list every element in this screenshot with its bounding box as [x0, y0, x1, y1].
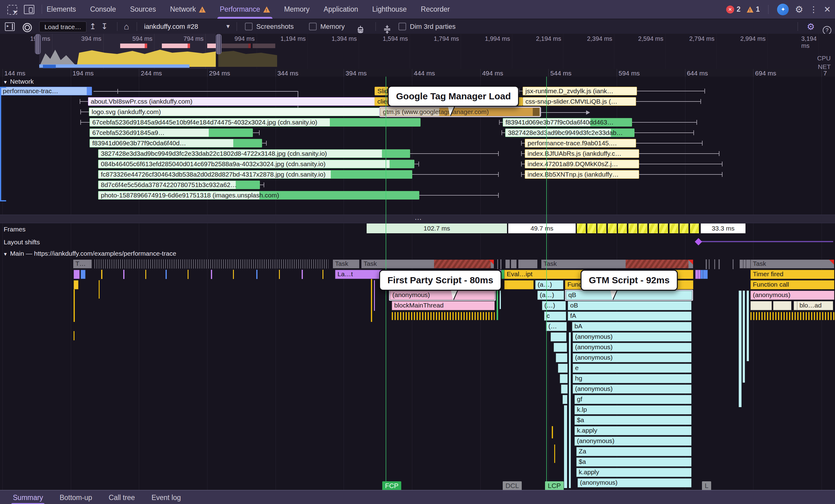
- selection-handle-left[interactable]: [35, 34, 41, 54]
- flame-bar-task[interactable]: [518, 259, 538, 268]
- layout-shifts-track-label[interactable]: Layout shifts: [4, 239, 40, 246]
- flame-bar-wall[interactable]: [95, 259, 329, 268]
- frame-cell[interactable]: 33.3 ms: [700, 223, 746, 234]
- show-sidebar-icon[interactable]: ▸: [5, 22, 15, 31]
- flame-bar-task[interactable]: [505, 259, 510, 268]
- network-request-bar[interactable]: css-snap-slider.CMVtLiQB.js (…: [523, 97, 636, 106]
- flame-bar-anon[interactable]: (anonymous): [390, 290, 495, 300]
- flame-bar-parse[interactable]: [81, 270, 85, 279]
- layout-shift-diamond[interactable]: [695, 238, 702, 245]
- tab-recorder[interactable]: Recorder: [421, 0, 450, 19]
- network-track-header[interactable]: ▼Network: [3, 78, 34, 85]
- flame-bar-cyan[interactable]: e: [573, 364, 692, 373]
- flame-bar-anon[interactable]: (anonymous): [750, 290, 834, 300]
- flame-bar-eval[interactable]: Function call: [750, 280, 834, 289]
- flame-bar-cyan[interactable]: Za: [576, 447, 692, 456]
- flame-bar-cyan[interactable]: fA: [568, 311, 692, 321]
- flame-bar-cream[interactable]: blo…ad: [797, 301, 833, 310]
- flame-bar-task[interactable]: T…: [73, 259, 92, 268]
- tab-console[interactable]: Console: [90, 0, 116, 19]
- flame-bar-task[interactable]: Task: [750, 259, 834, 268]
- network-request-bar[interactable]: f83941d069e3b77f9c0da6f40d…: [89, 139, 262, 147]
- load-trace-button[interactable]: Load trace…: [39, 21, 86, 32]
- bottom-tab-event-log[interactable]: Event log: [151, 490, 181, 504]
- screenshots-checkbox[interactable]: Screenshots: [245, 19, 294, 34]
- network-request-bar[interactable]: 8d7c6f4e5c56da37874220780751b3c932a62…: [98, 181, 260, 189]
- tab-network[interactable]: Network!: [170, 0, 206, 19]
- flame-bar-eval[interactable]: Timer fired: [750, 270, 834, 279]
- marker-l[interactable]: L: [702, 481, 711, 490]
- partial-frame-cell[interactable]: [690, 223, 699, 234]
- flame-bar-cyan[interactable]: [554, 343, 567, 352]
- flame-bar-cyan[interactable]: bA: [572, 322, 692, 331]
- bottom-tab-bottom-up[interactable]: Bottom-up: [59, 490, 92, 504]
- flame-bar-cyan[interactable]: [563, 395, 567, 404]
- flame-bar-cyan[interactable]: $a: [574, 416, 692, 425]
- flame-bar-cyan[interactable]: [556, 353, 567, 362]
- network-request-bar[interactable]: 3827428e3d3ad9bc9949d3fc2e33dab22c1802d8…: [98, 149, 410, 158]
- error-count-badge[interactable]: ✕ 2: [726, 5, 740, 14]
- flame-bar-cyan[interactable]: [560, 374, 568, 383]
- flame-bar-ticks[interactable]: [392, 312, 495, 320]
- flame-bar-cyan[interactable]: (anonymous): [574, 437, 692, 446]
- tab-elements[interactable]: Elements: [46, 0, 76, 19]
- disclosure-triangle-icon[interactable]: ▼: [3, 79, 8, 85]
- flame-bar-task[interactable]: Task: [361, 259, 494, 268]
- network-request-bar[interactable]: index.Bb5XNTnp.js (iankduffy…: [525, 170, 639, 179]
- flame-bar-layout[interactable]: [74, 270, 80, 279]
- partial-frame-cell[interactable]: [659, 223, 668, 234]
- partial-frame-cell[interactable]: [608, 223, 617, 234]
- flame-bar-layout[interactable]: La…t: [335, 270, 384, 279]
- flame-bar-task[interactable]: [511, 259, 517, 268]
- home-icon[interactable]: ⌂: [124, 19, 129, 34]
- flame-bar-task[interactable]: Task: [332, 259, 360, 268]
- network-request-bar[interactable]: performance-trac…: [0, 87, 92, 95]
- tab-memory[interactable]: Memory: [284, 0, 310, 19]
- tab-application[interactable]: Application: [324, 0, 358, 19]
- flame-bar-cyan[interactable]: (anonymous): [573, 353, 692, 362]
- flame-bar-cyan[interactable]: $a: [576, 458, 692, 467]
- flame-bar-cyan[interactable]: (…: [546, 322, 567, 331]
- import-trace-icon[interactable]: ↥: [89, 19, 96, 34]
- close-devtools-icon[interactable]: ✕: [824, 5, 831, 15]
- network-request-bar[interactable]: 67cebfa5236d91845a9d445e10b9f4e184d74475…: [89, 118, 421, 127]
- flame-bar-cream[interactable]: [773, 301, 792, 310]
- tab-lighthouse[interactable]: Lighthouse: [372, 0, 407, 19]
- network-request-bar[interactable]: 67cebfa5236d91845a9…: [89, 128, 253, 137]
- flame-bar-cyan[interactable]: (anonymous): [573, 343, 692, 352]
- collapsed-track[interactable]: …: [0, 215, 835, 223]
- network-request-bar[interactable]: index.BJfUAbRs.js (iankduffy.c…: [525, 149, 639, 158]
- partial-frame-cell[interactable]: [576, 223, 586, 234]
- warning-count-badge[interactable]: ! 1: [747, 5, 760, 14]
- flame-bar-cyan[interactable]: c: [544, 311, 566, 321]
- marker-fcp[interactable]: FCP: [382, 481, 401, 490]
- marker-lcp[interactable]: LCP: [545, 481, 564, 490]
- record-icon[interactable]: [23, 23, 32, 32]
- flame-bar-cyan[interactable]: gf: [574, 395, 692, 404]
- flame-bar-cyan[interactable]: k.apply: [574, 426, 692, 435]
- flame-bar-cream[interactable]: [750, 301, 772, 310]
- flame-bar-cyan[interactable]: [558, 364, 568, 373]
- partial-frame-cell[interactable]: [618, 223, 627, 234]
- partial-frame-cell[interactable]: [649, 223, 658, 234]
- flame-bar-cyan[interactable]: k.apply: [576, 468, 692, 477]
- flame-bar-cyan[interactable]: (a…): [535, 280, 564, 289]
- tab-sources[interactable]: Sources: [130, 0, 156, 19]
- flame-bar-task[interactable]: [746, 259, 751, 268]
- inspect-element-icon[interactable]: ➤: [7, 5, 17, 15]
- flame-bar-cyan[interactable]: (anonymous): [573, 384, 692, 394]
- selection-handle-right[interactable]: [216, 34, 222, 54]
- timeline-canvas[interactable]: ▼Network performance-trac…about.VbI8swPr…: [0, 77, 835, 490]
- flame-bar-cyan[interactable]: oB: [568, 301, 692, 310]
- flame-bar-parse[interactable]: [703, 270, 708, 279]
- dim-3rd-parties-checkbox[interactable]: Dim 3rd parties: [399, 19, 455, 34]
- partial-frame-cell[interactable]: [597, 223, 607, 234]
- timeline-overview[interactable]: 194 ms394 ms594 ms794 ms994 ms1,194 ms1,…: [0, 34, 835, 69]
- flame-bar-ticks[interactable]: [750, 312, 834, 320]
- ai-assistant-icon[interactable]: ✦: [777, 4, 789, 15]
- chevron-down-icon[interactable]: ▼: [225, 19, 231, 34]
- memory-checkbox[interactable]: Memory: [309, 19, 345, 34]
- session-dropdown[interactable]: iankduffy.com #28: [144, 19, 198, 34]
- partial-frame-cell[interactable]: [638, 223, 648, 234]
- flame-bar-cyan[interactable]: (a…): [537, 290, 564, 300]
